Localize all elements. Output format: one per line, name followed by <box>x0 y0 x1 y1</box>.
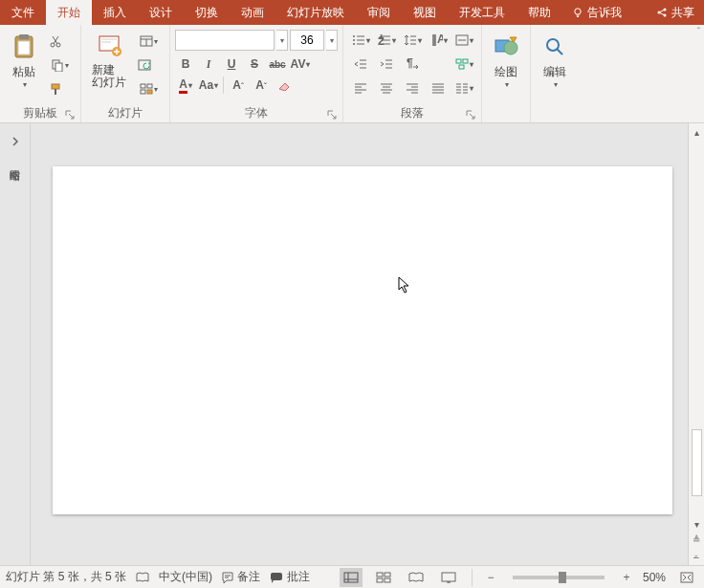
italic-button[interactable]: I <box>198 54 219 75</box>
scroll-down-arrow[interactable]: ▾ <box>690 517 703 531</box>
paste-button[interactable]: 粘贴 ▾ <box>5 28 43 89</box>
align-left-button[interactable] <box>348 77 373 98</box>
ribbon-tabs-bar: 文件 开始 插入 设计 切换 动画 幻灯片放映 审阅 视图 开发工具 帮助 告诉… <box>0 0 704 25</box>
tab-file[interactable]: 文件 <box>0 0 46 25</box>
content-area: 缩略图 ▴ ▾ ≜ ⩡ <box>0 123 704 565</box>
font-color-button[interactable]: A▾ <box>175 75 196 96</box>
prev-slide-arrow[interactable]: ≜ <box>690 533 703 546</box>
svg-rect-30 <box>463 59 468 63</box>
drawing-button[interactable]: 绘图 ▾ <box>487 28 525 89</box>
tab-transitions[interactable]: 切换 <box>184 0 230 25</box>
tab-home[interactable]: 开始 <box>46 0 92 25</box>
zoom-slider[interactable] <box>513 576 605 579</box>
font-size-dropdown[interactable]: ▾ <box>326 30 338 51</box>
copy-icon <box>51 58 64 72</box>
paragraph-dialog-launcher[interactable] <box>465 109 476 120</box>
new-slide-icon <box>94 32 124 62</box>
scroll-up-arrow[interactable]: ▴ <box>690 125 703 139</box>
tab-insert[interactable]: 插入 <box>92 0 138 25</box>
svg-rect-15 <box>141 36 152 46</box>
slide-indicator[interactable]: 幻灯片 第 5 张，共 5 张 <box>6 569 126 585</box>
normal-view-button[interactable] <box>340 568 363 587</box>
slide-sorter-view-button[interactable] <box>372 568 395 587</box>
copy-button[interactable]: ▾ <box>45 54 74 76</box>
smartart-button[interactable]: ▾ <box>451 54 476 75</box>
notes-button[interactable]: 备注 <box>222 569 260 585</box>
bold-button[interactable]: B <box>175 54 196 75</box>
align-center-button[interactable] <box>374 77 399 98</box>
svg-point-23 <box>353 43 355 45</box>
tell-me-search[interactable]: 告诉我 <box>562 0 631 25</box>
section-button[interactable]: ▾ <box>134 78 163 99</box>
tab-design[interactable]: 设计 <box>138 0 184 25</box>
clear-formatting-button[interactable] <box>274 75 295 96</box>
font-dialog-launcher[interactable] <box>326 109 338 120</box>
clipboard-dialog-launcher[interactable] <box>64 109 76 120</box>
next-slide-arrow[interactable]: ⩡ <box>690 548 703 561</box>
font-name-dropdown[interactable]: ▾ <box>276 30 288 51</box>
increase-indent-button[interactable] <box>374 54 399 75</box>
justify-icon <box>431 82 445 94</box>
svg-rect-6 <box>18 41 30 54</box>
cut-button[interactable] <box>45 31 66 52</box>
svg-rect-9 <box>53 60 59 69</box>
align-text-button[interactable]: ▾ <box>451 30 476 51</box>
slideshow-view-button[interactable] <box>437 568 460 587</box>
fit-to-window-button[interactable] <box>675 568 698 587</box>
tab-developer[interactable]: 开发工具 <box>448 0 517 25</box>
slide-canvas[interactable] <box>53 166 672 514</box>
line-spacing-button[interactable]: ▾ <box>400 30 425 51</box>
bullets-button[interactable]: ▾ <box>348 30 373 51</box>
comments-button[interactable]: 批注 <box>270 569 310 585</box>
reading-view-button[interactable] <box>405 568 428 587</box>
font-name-combo[interactable] <box>175 30 275 51</box>
book-icon <box>136 572 149 583</box>
text-shadow-button[interactable]: abc <box>267 54 288 75</box>
editing-button[interactable]: 编辑 ▾ <box>536 28 574 89</box>
increase-font-button[interactable]: Aˆ <box>228 75 249 96</box>
collapse-ribbon-icon[interactable]: ˆ <box>697 27 700 37</box>
numbering-button[interactable]: 12▾ <box>374 30 399 51</box>
lightbulb-icon <box>572 7 583 18</box>
tab-view[interactable]: 视图 <box>402 0 448 25</box>
vertical-scrollbar[interactable]: ▴ ▾ ≜ ⩡ <box>688 123 704 565</box>
outdent-icon <box>354 58 367 70</box>
zoom-out-button[interactable]: − <box>484 571 497 584</box>
group-paragraph-label: 段落 <box>401 106 424 120</box>
svg-point-33 <box>504 41 517 54</box>
svg-point-0 <box>575 9 581 14</box>
reset-slide-button[interactable] <box>134 54 155 76</box>
share-icon <box>656 7 668 18</box>
underline-button[interactable]: U <box>221 54 242 75</box>
new-slide-button[interactable]: 新建 幻灯片 <box>86 28 132 89</box>
language-status[interactable]: 中文(中国) <box>159 569 212 585</box>
tab-review[interactable]: 审阅 <box>356 0 402 25</box>
strikethrough-button[interactable]: S <box>244 54 265 75</box>
zoom-slider-knob[interactable] <box>559 572 566 583</box>
font-size-combo[interactable]: 36 <box>290 30 324 51</box>
text-direction-button[interactable]: ‖A▾ <box>426 30 451 51</box>
expand-thumbnails-button[interactable] <box>7 133 24 150</box>
slide-layout-button[interactable]: ▾ <box>134 31 163 52</box>
tab-help[interactable]: 帮助 <box>517 0 562 25</box>
align-right-button[interactable] <box>400 77 425 98</box>
tab-slideshow[interactable]: 幻灯片放映 <box>275 0 356 25</box>
align-right-icon <box>406 82 419 94</box>
tab-animations[interactable]: 动画 <box>230 0 275 25</box>
zoom-level[interactable]: 50% <box>643 571 666 584</box>
zoom-in-button[interactable]: + <box>620 571 633 584</box>
char-spacing-button[interactable]: AV▾ <box>290 54 311 75</box>
svg-rect-16 <box>139 60 150 70</box>
spellcheck-status[interactable] <box>136 572 149 583</box>
columns-button[interactable]: ▾ <box>451 77 476 98</box>
decrease-font-button[interactable]: Aˇ <box>251 75 272 96</box>
format-painter-button[interactable] <box>45 78 66 99</box>
justify-button[interactable] <box>426 77 451 98</box>
change-case-button[interactable]: Aa▾ <box>198 75 219 96</box>
slide-editor[interactable]: ▴ ▾ ≜ ⩡ <box>31 123 704 565</box>
linespacing-icon <box>404 34 417 46</box>
ltr-button[interactable]: ¶ <box>400 54 425 75</box>
share-button[interactable]: 共享 <box>647 0 704 25</box>
decrease-indent-button[interactable] <box>348 54 373 75</box>
scrollbar-thumb[interactable] <box>692 429 702 496</box>
